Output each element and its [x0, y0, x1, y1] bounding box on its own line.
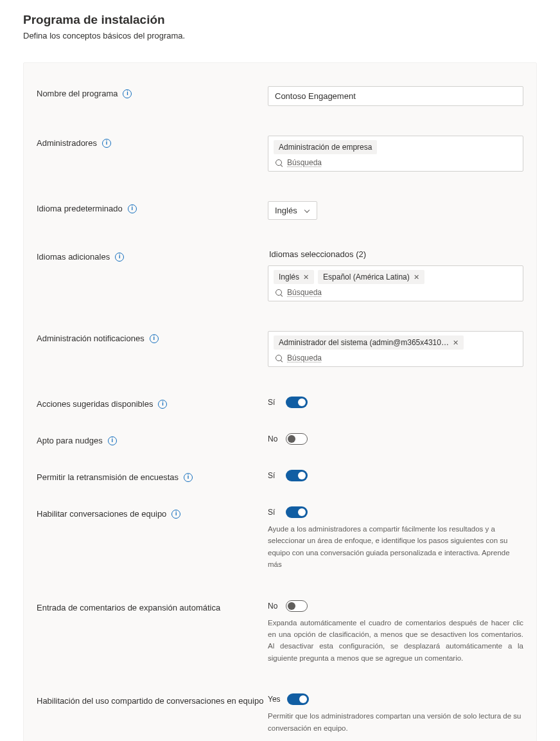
chip-label: Inglés: [279, 272, 299, 281]
notifications-search[interactable]: Búsqueda: [274, 352, 518, 362]
label-default-lang: Idioma predeterminado i: [37, 201, 268, 213]
label-admins: Administradores i: [37, 136, 268, 148]
toggle-state-nudges: No: [268, 434, 279, 443]
settings-panel: Nombre del programa i Administradores i …: [23, 62, 537, 741]
search-placeholder: Búsqueda: [287, 158, 322, 167]
label-team-conv: Habilitar conversaciones de equipo i: [37, 506, 268, 519]
langs-chipbox[interactable]: Inglés ✕ Español (América Latina) ✕ Búsq…: [268, 265, 523, 301]
help-team-conv: Ayude a los administradores a compartir …: [268, 523, 523, 571]
info-icon[interactable]: i: [184, 473, 193, 482]
label-nudges: Apto para nudges i: [37, 433, 268, 445]
search-icon: [275, 354, 283, 362]
label-text: Administradores: [37, 138, 97, 148]
close-icon[interactable]: ✕: [414, 273, 419, 281]
label-text: Habilitación del uso compartido de conve…: [37, 696, 263, 706]
search-icon: [275, 289, 283, 297]
help-auto-expand: Expanda automáticamente el cuadro de com…: [268, 617, 523, 665]
toggle-auto-expand[interactable]: [286, 600, 308, 612]
admins-search[interactable]: Búsqueda: [274, 157, 518, 167]
chip-label: Español (América Latina): [323, 272, 410, 281]
label-survey-rebroadcast: Permitir la retransmisión de encuestas i: [37, 470, 268, 482]
toggle-state-suggested: Sí: [268, 398, 279, 407]
page-subtitle: Defina los conceptos básicos del program…: [23, 31, 537, 40]
label-suggested-actions: Acciones sugeridas disponibles i: [37, 397, 268, 409]
label-admin-notifications: Administración notificaciones i: [37, 331, 268, 343]
label-text: Administración notificaciones: [37, 334, 144, 343]
label-auto-expand: Entrada de comentarios de expansión auto…: [37, 600, 268, 612]
toggle-state-team-conv: Sí: [268, 508, 279, 517]
label-text: Apto para nudges: [37, 436, 103, 445]
lang-chip-es-la[interactable]: Español (América Latina) ✕: [318, 270, 424, 284]
select-value: Inglés: [275, 206, 297, 215]
search-icon: [275, 159, 283, 167]
chevron-down-icon: [304, 208, 310, 214]
info-icon[interactable]: i: [108, 436, 117, 445]
info-icon[interactable]: i: [171, 510, 180, 519]
info-icon[interactable]: i: [128, 204, 137, 213]
search-placeholder: Búsqueda: [287, 353, 322, 362]
label-team-share: Habilitación del uso compartido de conve…: [37, 693, 268, 706]
page-title: Programa de instalación: [23, 13, 537, 27]
toggle-team-share[interactable]: [287, 693, 309, 705]
label-text: Habilitar conversaciones de equipo: [37, 509, 166, 519]
info-icon[interactable]: i: [150, 334, 159, 343]
toggle-nudges[interactable]: [286, 433, 308, 445]
label-text: Entrada de comentarios de expansión auto…: [37, 603, 220, 612]
admin-chip[interactable]: Administración de empresa: [274, 140, 377, 154]
program-name-input[interactable]: [268, 86, 523, 106]
notifications-chipbox[interactable]: Administrador del sistema (admin@m365x43…: [268, 331, 523, 367]
close-icon[interactable]: ✕: [303, 273, 309, 281]
label-text: Idioma predeterminado: [37, 204, 123, 213]
label-text: Acciones sugeridas disponibles: [37, 399, 153, 409]
langs-search[interactable]: Búsqueda: [274, 287, 518, 297]
notification-chip[interactable]: Administrador del sistema (admin@m365x43…: [274, 335, 464, 350]
label-additional-langs: Idiomas adicionales i: [37, 249, 268, 262]
toggle-team-conv[interactable]: [286, 506, 308, 518]
toggle-state-auto-expand: No: [268, 602, 279, 611]
info-icon[interactable]: i: [158, 400, 167, 409]
info-icon[interactable]: i: [102, 139, 111, 148]
toggle-state-team-share: Yes: [268, 695, 281, 704]
label-text: Idiomas adicionales: [37, 252, 110, 262]
lang-chip-english[interactable]: Inglés ✕: [274, 270, 314, 284]
toggle-state-rebroadcast: Sí: [268, 471, 279, 480]
info-icon[interactable]: i: [115, 253, 124, 262]
default-lang-select[interactable]: Inglés: [268, 201, 317, 220]
help-team-share: Permitir que los administradores compart…: [268, 710, 523, 734]
selected-langs-header: Idiomas seleccionados (2): [269, 249, 523, 259]
chip-label: Administrador del sistema (admin@m365x43…: [279, 338, 449, 347]
close-icon[interactable]: ✕: [453, 339, 459, 347]
search-placeholder: Búsqueda: [287, 288, 322, 297]
chip-label: Administración de empresa: [279, 143, 372, 152]
toggle-suggested-actions[interactable]: [286, 397, 308, 408]
label-text: Permitir la retransmisión de encuestas: [37, 472, 179, 482]
label-text: Nombre del programa: [37, 89, 118, 98]
label-program-name: Nombre del programa i: [37, 86, 268, 98]
info-icon[interactable]: i: [123, 89, 132, 98]
admins-chipbox[interactable]: Administración de empresa Búsqueda: [268, 136, 523, 172]
toggle-survey-rebroadcast[interactable]: [286, 470, 308, 481]
